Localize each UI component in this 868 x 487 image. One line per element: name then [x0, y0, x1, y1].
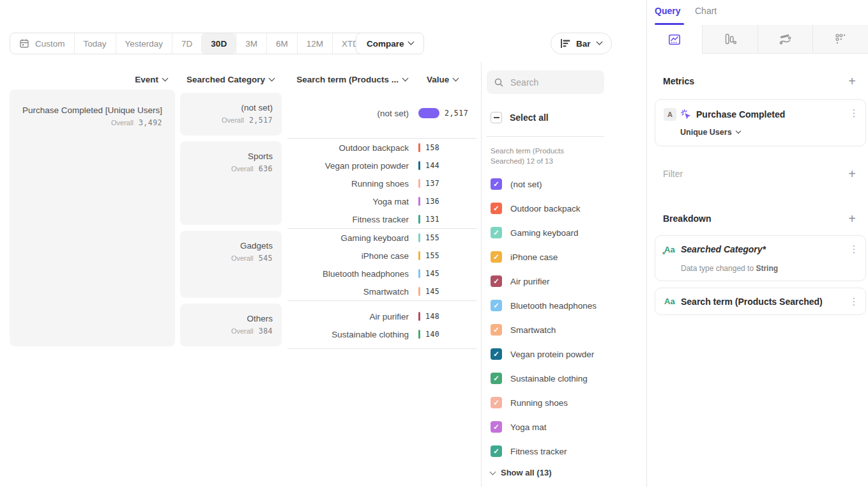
value-bar [418, 330, 420, 339]
kebab-menu-icon[interactable] [849, 296, 859, 307]
checkbox-checked[interactable] [491, 445, 502, 457]
checkbox-checked[interactable] [491, 227, 502, 238]
term-label: (not set) [287, 109, 409, 118]
category-name: Sports [180, 151, 273, 162]
group-separator [287, 300, 476, 301]
legend-item[interactable]: Yoga mat [491, 421, 547, 433]
checkbox-checked[interactable] [491, 178, 502, 190]
column-header-category[interactable]: Searched Category [180, 75, 274, 84]
term-row: Sustainable clothing140 [287, 325, 479, 343]
sidebar-divider [646, 0, 647, 487]
overall-label: Overall [222, 116, 244, 124]
breakdown-property-name: Search term (Products Searched) [681, 297, 823, 307]
value-label: 2,517 [445, 109, 468, 118]
term-label: Running shoes [287, 179, 409, 189]
column-header-value[interactable]: Value [427, 75, 458, 84]
legend-item[interactable]: Bluetooth headphones [491, 299, 597, 312]
add-filter-button[interactable] [846, 168, 858, 181]
breakdown-card-search-term[interactable]: Aa Search term (Products Searched) [655, 288, 866, 315]
value-label: 148 [425, 312, 439, 321]
breakdown-note-datatype: String [756, 264, 778, 273]
legend-item[interactable]: Smartwatch [491, 323, 556, 336]
column-header-event[interactable]: Event [10, 75, 167, 84]
checkbox-checked[interactable] [491, 373, 502, 384]
legend-item[interactable]: Running shoes [491, 396, 568, 409]
breakdown-card-searched-category[interactable]: Aa Searched Category* Data type changed … [655, 235, 866, 281]
checkbox-checked[interactable] [491, 421, 502, 433]
legend-item[interactable]: Fitness tracker [491, 445, 567, 458]
chart-type-dropdown[interactable]: Bar [551, 33, 612, 54]
checkbox-checked[interactable] [491, 300, 502, 311]
legend-item-label: Running shoes [510, 398, 568, 408]
legend-item[interactable]: iPhone case [491, 251, 558, 263]
value-label: 155 [425, 233, 439, 242]
date-custom-button[interactable]: Custom [10, 33, 74, 54]
compare-button[interactable]: Compare [356, 33, 424, 54]
chevron-down-icon [269, 75, 275, 82]
legend-search-input[interactable] [509, 77, 595, 88]
date-today-button[interactable]: Today [74, 33, 116, 54]
term-row: Smartwatch145 [287, 282, 479, 300]
term-label: Fitness tracker [287, 215, 409, 224]
checkbox-checked[interactable] [491, 251, 502, 263]
metric-card[interactable]: A Purchase Completed Unique Users [655, 99, 866, 146]
metric-series-badge: A [664, 108, 676, 121]
tab-retention[interactable] [812, 25, 868, 54]
category-overall-value: 384 [259, 327, 273, 336]
date-6m-button[interactable]: 6M [266, 33, 297, 54]
checkbox-checked[interactable] [491, 324, 502, 336]
tab-flows[interactable] [758, 25, 813, 54]
show-all-button[interactable]: Show all (13) [491, 468, 551, 477]
string-property-icon: Aa [664, 245, 675, 254]
category-cell: Gadgets Overall545 [180, 231, 282, 298]
add-breakdown-button[interactable] [846, 213, 858, 226]
legend-item[interactable]: Vegan protein powder [491, 348, 594, 360]
checkbox-checked[interactable] [491, 203, 502, 214]
tab-insights-active[interactable] [647, 25, 702, 54]
term-row: (not set)2,517 [287, 104, 479, 122]
flows-icon [778, 32, 792, 46]
kebab-menu-icon[interactable] [849, 107, 859, 119]
overall-label: Overall [231, 254, 254, 262]
add-metric-button[interactable] [846, 75, 858, 88]
legend-item[interactable]: (not set) [491, 178, 542, 190]
column-header-term[interactable]: Search term (Products ... [287, 75, 407, 84]
legend-item[interactable]: Air purifier [491, 275, 550, 288]
legend-item-label: iPhone case [510, 252, 558, 262]
breakdown-heading: Breakdown [663, 213, 711, 224]
value-label: 137 [425, 179, 439, 188]
legend-item[interactable]: Outdoor backpack [491, 202, 581, 215]
term-row: Vegan protein powder144 [287, 157, 479, 174]
checkbox-checked[interactable] [491, 348, 502, 360]
checkbox-checked[interactable] [491, 275, 502, 287]
date-12m-button[interactable]: 12M [297, 33, 332, 54]
tab-chart[interactable]: Chart [695, 6, 717, 16]
term-row: Yoga mat136 [287, 192, 479, 210]
legend-item-label: Air purifier [510, 277, 550, 286]
date-yesterday-button[interactable]: Yesterday [116, 33, 172, 54]
select-all-checkbox-indeterminate[interactable] [491, 112, 502, 123]
select-all-row[interactable]: Select all [491, 112, 549, 123]
tab-query[interactable]: Query [655, 6, 680, 16]
term-label: iPhone case [287, 251, 409, 261]
kebab-menu-icon[interactable] [849, 244, 859, 255]
value-label: 144 [425, 161, 439, 170]
legend-item-label: Vegan protein powder [510, 350, 594, 359]
chart-type-label: Bar [576, 39, 591, 49]
date-7d-button[interactable]: 7D [172, 33, 201, 54]
chevron-down-icon [162, 75, 169, 82]
date-3m-button[interactable]: 3M [236, 33, 266, 54]
column-header-category-label: Searched Category [187, 75, 265, 84]
value-bar [418, 161, 420, 170]
legend-item[interactable]: Sustainable clothing [491, 372, 588, 385]
breakdown-note-text: Data type changed to [681, 264, 756, 273]
panel-divider [481, 62, 482, 487]
compare-label: Compare [367, 39, 404, 49]
legend-item[interactable]: Gaming keyboard [491, 226, 579, 239]
overall-label: Overall [231, 165, 254, 173]
checkbox-checked[interactable] [491, 397, 502, 408]
date-30d-button-selected[interactable]: 30D [201, 33, 236, 54]
event-cell-title: Purchase Completed [Unique Users] [10, 105, 162, 116]
tab-funnels[interactable] [702, 25, 758, 54]
measure-dropdown[interactable]: Unique Users [680, 128, 740, 137]
